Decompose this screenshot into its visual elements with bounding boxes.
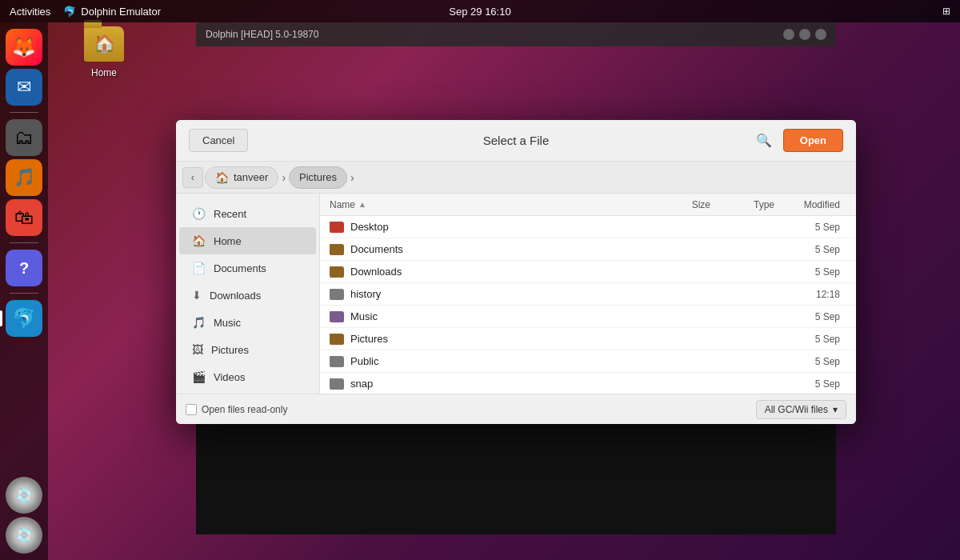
- topbar-app-name: Dolphin Emulator: [81, 6, 161, 18]
- sidebar-label-recent: Recent: [214, 208, 246, 220]
- dialog-title: Select a File: [483, 134, 550, 147]
- dock-item-help[interactable]: ?: [6, 250, 42, 286]
- bg-close-btn[interactable]: [815, 29, 826, 40]
- activities-button[interactable]: Activities: [10, 6, 50, 18]
- file-name-cell: snap: [330, 378, 774, 390]
- breadcrumb-bar: ‹ 🏠 tanveer › Pictures ›: [176, 162, 856, 194]
- file-date-cell: 5 Sep: [774, 244, 846, 255]
- file-name-text: Pictures: [350, 333, 388, 345]
- folder-icon-sm: [330, 378, 344, 390]
- dock-item-software[interactable]: 🛍: [6, 199, 42, 236]
- dock-item-dvd2[interactable]: 💿: [6, 517, 42, 554]
- dolphin-bg-title: Dolphin [HEAD] 5.0-19870: [206, 29, 318, 40]
- sidebar-label-music: Music: [214, 317, 241, 329]
- table-row[interactable]: Documents 5 Sep: [320, 238, 856, 261]
- file-name-cell: Downloads: [330, 266, 774, 278]
- file-date-cell: 5 Sep: [774, 266, 846, 278]
- bg-maximize-btn[interactable]: [799, 29, 810, 40]
- file-name-text: Music: [350, 310, 378, 322]
- sidebar-label-videos: Videos: [214, 371, 246, 383]
- topbar: Activities 🐬 Dolphin Emulator Sep 29 16:…: [0, 0, 960, 22]
- topbar-left: Activities 🐬 Dolphin Emulator: [10, 6, 161, 18]
- column-header-name[interactable]: Name ▲: [330, 199, 654, 210]
- read-only-label-text: Open files read-only: [202, 404, 287, 415]
- sidebar-item-videos[interactable]: 🎬 Videos: [179, 363, 316, 390]
- sidebar-label-pictures: Pictures: [211, 344, 249, 356]
- file-name-text: Documents: [350, 243, 403, 255]
- sidebar-item-recent[interactable]: 🕐 Recent: [179, 200, 316, 227]
- table-row[interactable]: Desktop 5 Sep: [320, 216, 856, 238]
- recent-icon: 🕐: [192, 207, 206, 220]
- topbar-app: 🐬 Dolphin Emulator: [63, 6, 161, 18]
- file-name-cell: Music: [330, 310, 774, 322]
- back-button[interactable]: ‹: [182, 167, 203, 188]
- help-icon: ?: [19, 259, 29, 278]
- file-date-cell: 5 Sep: [774, 311, 846, 322]
- current-breadcrumb[interactable]: Pictures: [289, 166, 347, 189]
- pictures-icon: 🖼: [192, 343, 203, 356]
- file-date-cell: 5 Sep: [774, 222, 846, 233]
- home-desktop-icon[interactable]: 🏠 Home: [72, 24, 136, 78]
- home-sidebar-icon: 🏠: [192, 234, 206, 247]
- table-row[interactable]: Downloads 5 Sep: [320, 261, 856, 283]
- dolphin-emulator-icon: 🐬: [63, 6, 76, 18]
- column-header-type[interactable]: Type: [710, 199, 774, 210]
- table-row[interactable]: Music 5 Sep: [320, 306, 856, 328]
- table-row[interactable]: Pictures 5 Sep: [320, 328, 856, 350]
- dock-item-dvd1[interactable]: 💿: [6, 477, 42, 514]
- open-button[interactable]: Open: [783, 129, 843, 152]
- folder-icon-sm: [330, 244, 344, 255]
- dock-item-thunderbird[interactable]: ✉: [6, 69, 42, 106]
- sidebar-item-documents[interactable]: 📄 Documents: [179, 254, 316, 282]
- file-name-text: Public: [350, 355, 378, 367]
- file-name-cell: history: [330, 288, 774, 300]
- type-column-label: Type: [754, 199, 774, 210]
- table-row[interactable]: snap 5 Sep: [320, 373, 856, 394]
- home-breadcrumb-label: tanveer: [234, 171, 268, 183]
- dock-item-rhythmbox[interactable]: 🎵: [6, 159, 42, 196]
- topbar-right: ⊞: [942, 6, 950, 17]
- file-name-cell: Pictures: [330, 333, 774, 345]
- file-date-cell: 5 Sep: [774, 334, 846, 345]
- sidebar-item-downloads[interactable]: ⬇ Downloads: [179, 282, 316, 309]
- search-icon: 🔍: [756, 133, 772, 148]
- file-list-container: Name ▲ Size Type Modified Desktop 5 Se: [320, 194, 856, 394]
- file-type-dropdown[interactable]: All GC/Wii files ▾: [756, 400, 846, 419]
- bg-minimize-btn[interactable]: [783, 29, 794, 40]
- dock-separator-2: [10, 242, 38, 243]
- search-button[interactable]: 🔍: [753, 130, 775, 152]
- dialog-header: Cancel Select a File 🔍 Open: [176, 120, 856, 162]
- file-dialog: Cancel Select a File 🔍 Open ‹ 🏠 tanveer …: [176, 120, 856, 424]
- folder-icon-sm: [330, 266, 344, 278]
- sidebar-label-downloads: Downloads: [210, 290, 261, 302]
- folder-icon-sm: [330, 334, 344, 345]
- file-name-text: history: [350, 288, 381, 300]
- table-row[interactable]: history 12:18: [320, 283, 856, 306]
- sidebar: 🕐 Recent 🏠 Home 📄 Documents ⬇ Downloads …: [176, 194, 320, 394]
- home-breadcrumb[interactable]: 🏠 tanveer: [205, 166, 278, 189]
- file-rows-container: Desktop 5 Sep Documents 5 Sep Downloads …: [320, 216, 856, 394]
- dock-item-dolphin[interactable]: 🐬: [6, 300, 42, 337]
- read-only-checkbox[interactable]: [186, 404, 197, 415]
- column-header-size[interactable]: Size: [654, 199, 710, 210]
- sidebar-item-pictures[interactable]: 🖼 Pictures: [179, 336, 316, 363]
- file-name-text: Downloads: [350, 266, 402, 278]
- topbar-datetime: Sep 29 16:10: [449, 6, 510, 18]
- cancel-button[interactable]: Cancel: [189, 129, 248, 152]
- sidebar-item-home[interactable]: 🏠 Home: [179, 227, 316, 254]
- table-row[interactable]: Public 5 Sep: [320, 350, 856, 373]
- dock-item-firefox[interactable]: 🦊: [6, 29, 42, 66]
- file-type-label: All GC/Wii files: [765, 404, 828, 415]
- dialog-header-right: 🔍 Open: [753, 129, 843, 152]
- software-icon: 🛍: [14, 206, 34, 229]
- dock-bottom: 💿 💿: [6, 477, 42, 560]
- column-header-modified[interactable]: Modified: [774, 199, 846, 210]
- file-list-header: Name ▲ Size Type Modified: [320, 194, 856, 216]
- house-icon: 🏠: [94, 34, 115, 54]
- sidebar-item-music[interactable]: 🎵 Music: [179, 309, 316, 336]
- sidebar-label-documents: Documents: [214, 262, 266, 274]
- breadcrumb-separator: ›: [280, 171, 287, 184]
- file-date-cell: 5 Sep: [774, 356, 846, 367]
- dolphin-bg-titlebar: Dolphin [HEAD] 5.0-19870: [196, 22, 836, 46]
- dock-item-files[interactable]: 🗂: [6, 119, 42, 156]
